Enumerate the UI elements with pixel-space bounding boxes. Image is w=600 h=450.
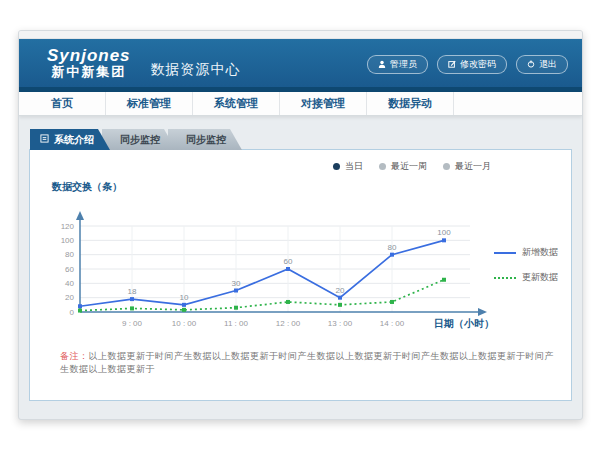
logout-label: 退出	[539, 58, 557, 71]
page: Synjones 新中新集团 数据资源中心 管理员 修改密码	[0, 0, 600, 450]
filter-last-week[interactable]: 最近一周	[379, 160, 427, 173]
filter-label: 最近一周	[391, 160, 427, 173]
content-area: 系统介绍 同步监控 同步监控 当日 最近一周	[19, 116, 582, 401]
svg-text:120: 120	[61, 222, 75, 231]
filter-today[interactable]: 当日	[333, 160, 363, 173]
tab-label: 同步监控	[120, 133, 160, 147]
app-window: Synjones 新中新集团 数据资源中心 管理员 修改密码	[18, 30, 583, 420]
nav-item-standards[interactable]: 标准管理	[106, 92, 193, 115]
brand-name-cn: 新中新集团	[47, 65, 131, 79]
svg-text:0: 0	[70, 308, 75, 317]
radio-icon	[443, 163, 450, 170]
svg-text:100: 100	[61, 236, 75, 245]
legend-label: 更新数据	[522, 271, 558, 284]
svg-text:10: 10	[180, 293, 189, 302]
brand-name: Synjones	[47, 47, 131, 65]
nav-item-system[interactable]: 系统管理	[193, 92, 280, 115]
admin-user-button[interactable]: 管理员	[367, 55, 428, 74]
filter-label: 最近一月	[455, 160, 491, 173]
svg-text:18: 18	[128, 287, 137, 296]
chart-panel: 当日 最近一周 最近一月 数据交换（条） 0204060801001209 : …	[29, 149, 572, 401]
tab-sync-monitor-2[interactable]: 同步监控	[168, 129, 242, 150]
change-password-button[interactable]: 修改密码	[437, 55, 507, 74]
tab-label: 同步监控	[186, 133, 226, 147]
user-icon	[378, 60, 386, 68]
page-title: 数据资源中心	[151, 61, 241, 79]
tab-bar: 系统介绍 同步监控 同步监控	[30, 129, 572, 150]
solid-line-icon	[494, 252, 516, 254]
main-nav: 首页 标准管理 系统管理 对接管理 数据异动	[19, 92, 582, 116]
svg-text:20: 20	[336, 286, 345, 295]
chart-row: 0204060801001209 : 0010 : 0011 : 0012 : …	[42, 194, 559, 336]
range-filters: 当日 最近一周 最近一月	[333, 160, 491, 173]
user-actions: 管理员 修改密码 退出	[367, 55, 568, 74]
tab-label: 系统介绍	[54, 133, 94, 147]
logout-button[interactable]: 退出	[516, 55, 568, 74]
svg-text:11 : 00: 11 : 00	[224, 319, 248, 328]
tab-system-intro[interactable]: 系统介绍	[30, 129, 110, 150]
document-icon	[40, 134, 49, 145]
line-chart: 0204060801001209 : 0010 : 0011 : 0012 : …	[42, 194, 494, 336]
brand-logo: Synjones 新中新集团	[47, 47, 131, 78]
admin-user-label: 管理员	[390, 58, 417, 71]
radio-selected-icon	[333, 163, 340, 170]
svg-text:60: 60	[284, 257, 293, 266]
tab-sync-monitor-1[interactable]: 同步监控	[102, 129, 176, 150]
svg-text:80: 80	[388, 243, 397, 252]
window-top-strip	[19, 31, 582, 39]
nav-item-interface[interactable]: 对接管理	[280, 92, 367, 115]
chart-legend: 新增数据 更新数据	[494, 194, 559, 336]
svg-text:40: 40	[65, 279, 74, 288]
footnote: 备注：以上数据更新于时间产生数据以上数据更新于时间产生数据以上数据更新于时间产生…	[60, 350, 559, 376]
legend-item-new-data[interactable]: 新增数据	[494, 246, 559, 259]
svg-text:日期（小时）: 日期（小时）	[434, 318, 494, 329]
svg-text:14 : 00: 14 : 00	[380, 319, 405, 328]
legend-item-update-data[interactable]: 更新数据	[494, 271, 559, 284]
svg-text:60: 60	[65, 265, 74, 274]
nav-item-data-change[interactable]: 数据异动	[367, 92, 454, 115]
svg-text:20: 20	[65, 293, 74, 302]
edit-icon	[448, 60, 456, 68]
filter-last-month[interactable]: 最近一月	[443, 160, 491, 173]
radio-icon	[379, 163, 386, 170]
app-header: Synjones 新中新集团 数据资源中心 管理员 修改密码	[19, 39, 582, 87]
footnote-prefix: 备注：	[60, 351, 89, 361]
y-axis-title: 数据交换（条）	[52, 180, 559, 194]
svg-text:10 : 00: 10 : 00	[172, 319, 197, 328]
filter-label: 当日	[345, 160, 363, 173]
svg-text:30: 30	[232, 279, 241, 288]
legend-label: 新增数据	[522, 246, 558, 259]
footnote-text: 以上数据更新于时间产生数据以上数据更新于时间产生数据以上数据更新于时间产生数据以…	[60, 351, 554, 374]
nav-item-home[interactable]: 首页	[19, 92, 106, 115]
svg-text:80: 80	[65, 250, 74, 259]
svg-text:9 : 00: 9 : 00	[122, 319, 143, 328]
change-password-label: 修改密码	[460, 58, 496, 71]
dotted-line-icon	[494, 277, 516, 279]
svg-text:12 : 00: 12 : 00	[276, 319, 301, 328]
svg-text:13 : 00: 13 : 00	[328, 319, 353, 328]
power-icon	[527, 60, 535, 68]
svg-text:100: 100	[437, 228, 451, 237]
